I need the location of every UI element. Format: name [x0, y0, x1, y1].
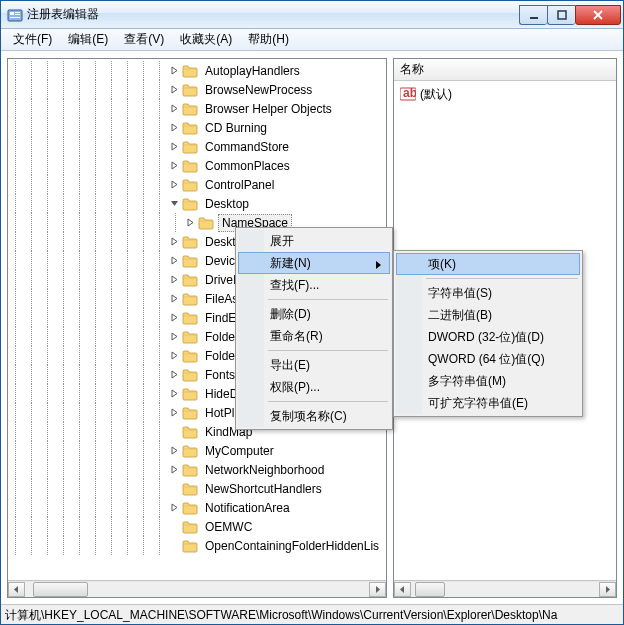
- sub-expand[interactable]: 可扩充字符串值(E): [396, 392, 580, 414]
- expand-icon[interactable]: [168, 502, 180, 514]
- expand-icon[interactable]: [168, 540, 180, 552]
- folder-icon: [182, 254, 198, 268]
- ctx-delete[interactable]: 删除(D): [238, 303, 390, 325]
- expand-icon[interactable]: [184, 217, 196, 229]
- scroll-track[interactable]: [411, 582, 599, 597]
- expand-icon[interactable]: [168, 369, 180, 381]
- scroll-left-button[interactable]: [8, 582, 25, 597]
- scroll-track[interactable]: [25, 582, 369, 597]
- minimize-button[interactable]: [519, 5, 547, 25]
- ctx-permissions[interactable]: 权限(P)...: [238, 376, 390, 398]
- expand-icon[interactable]: [168, 122, 180, 134]
- tree-item-label: AutoplayHandlers: [202, 63, 303, 79]
- tree-item[interactable]: OpenContainingFolderHiddenLis: [8, 536, 386, 555]
- folder-icon: [182, 159, 198, 173]
- folder-icon: [182, 102, 198, 116]
- ctx-find[interactable]: 查找(F)...: [238, 274, 390, 296]
- list-header[interactable]: 名称: [394, 59, 616, 81]
- tree-item[interactable]: OEMWC: [8, 517, 386, 536]
- sub-multi[interactable]: 多字符串值(M): [396, 370, 580, 392]
- sub-string[interactable]: 字符串值(S): [396, 282, 580, 304]
- sub-binary[interactable]: 二进制值(B): [396, 304, 580, 326]
- menu-edit[interactable]: 编辑(E): [60, 29, 116, 50]
- svg-rect-1: [10, 12, 14, 15]
- collapse-icon[interactable]: [168, 198, 180, 210]
- ctx-copy-key-name[interactable]: 复制项名称(C): [238, 405, 390, 427]
- close-button[interactable]: [575, 5, 621, 25]
- folder-icon: [182, 197, 198, 211]
- tree-item-label: CD Burning: [202, 120, 270, 136]
- folder-icon: [182, 520, 198, 534]
- maximize-button[interactable]: [547, 5, 575, 25]
- expand-icon[interactable]: [168, 350, 180, 362]
- sub-key[interactable]: 项(K): [396, 253, 580, 275]
- statusbar: 计算机\HKEY_LOCAL_MACHINE\SOFTWARE\Microsof…: [1, 604, 623, 624]
- ctx-new[interactable]: 新建(N): [238, 252, 390, 274]
- expand-icon[interactable]: [168, 312, 180, 324]
- context-menu[interactable]: 展开 新建(N) 查找(F)... 删除(D) 重命名(R) 导出(E) 权限(…: [235, 227, 393, 430]
- tree-hscrollbar[interactable]: [8, 580, 386, 597]
- separator: [268, 401, 388, 402]
- expand-icon[interactable]: [168, 103, 180, 115]
- sub-dword[interactable]: DWORD (32-位)值(D): [396, 326, 580, 348]
- expand-icon[interactable]: [168, 464, 180, 476]
- ctx-rename[interactable]: 重命名(R): [238, 325, 390, 347]
- expand-icon[interactable]: [168, 236, 180, 248]
- tree-item[interactable]: BrowseNewProcess: [8, 80, 386, 99]
- expand-icon[interactable]: [168, 407, 180, 419]
- tree-item[interactable]: CommonPlaces: [8, 156, 386, 175]
- tree-item[interactable]: ControlPanel: [8, 175, 386, 194]
- list-item-label: (默认): [420, 86, 452, 103]
- folder-icon: [182, 330, 198, 344]
- tree-item[interactable]: AutoplayHandlers: [8, 61, 386, 80]
- submenu-new[interactable]: 项(K) 字符串值(S) 二进制值(B) DWORD (32-位)值(D) QW…: [393, 250, 583, 417]
- menu-view[interactable]: 查看(V): [116, 29, 172, 50]
- expand-icon[interactable]: [168, 65, 180, 77]
- expand-icon[interactable]: [168, 331, 180, 343]
- scroll-thumb[interactable]: [415, 582, 445, 597]
- scroll-thumb[interactable]: [33, 582, 88, 597]
- expand-icon[interactable]: [168, 426, 180, 438]
- expand-icon[interactable]: [168, 521, 180, 533]
- tree-item-label: CommandStore: [202, 139, 292, 155]
- tree-item[interactable]: NotificationArea: [8, 498, 386, 517]
- scroll-left-button[interactable]: [394, 582, 411, 597]
- list-item[interactable]: ab (默认): [400, 85, 610, 103]
- tree-item[interactable]: NetworkNeighborhood: [8, 460, 386, 479]
- expand-icon[interactable]: [168, 274, 180, 286]
- expand-icon[interactable]: [168, 255, 180, 267]
- expand-icon[interactable]: [168, 388, 180, 400]
- separator: [426, 278, 578, 279]
- expand-icon[interactable]: [168, 160, 180, 172]
- tree-item[interactable]: Browser Helper Objects: [8, 99, 386, 118]
- tree-item[interactable]: MyComputer: [8, 441, 386, 460]
- tree-item-label: ControlPanel: [202, 177, 277, 193]
- expand-icon[interactable]: [168, 179, 180, 191]
- folder-icon: [182, 178, 198, 192]
- status-path: 计算机\HKEY_LOCAL_MACHINE\SOFTWARE\Microsof…: [5, 608, 557, 622]
- ctx-export[interactable]: 导出(E): [238, 354, 390, 376]
- scroll-right-button[interactable]: [599, 582, 616, 597]
- folder-icon: [182, 387, 198, 401]
- folder-icon: [182, 406, 198, 420]
- menu-help[interactable]: 帮助(H): [240, 29, 297, 50]
- column-name[interactable]: 名称: [400, 61, 424, 78]
- menu-file[interactable]: 文件(F): [5, 29, 60, 50]
- titlebar[interactable]: 注册表编辑器: [1, 1, 623, 29]
- folder-icon: [182, 235, 198, 249]
- tree-item[interactable]: CommandStore: [8, 137, 386, 156]
- menu-favorites[interactable]: 收藏夹(A): [172, 29, 240, 50]
- expand-icon[interactable]: [168, 293, 180, 305]
- values-hscrollbar[interactable]: [394, 580, 616, 597]
- sub-qword[interactable]: QWORD (64 位)值(Q): [396, 348, 580, 370]
- ctx-expand[interactable]: 展开: [238, 230, 390, 252]
- expand-icon[interactable]: [168, 141, 180, 153]
- expand-icon[interactable]: [168, 483, 180, 495]
- expand-icon[interactable]: [168, 445, 180, 457]
- expand-icon[interactable]: [168, 84, 180, 96]
- tree-item[interactable]: Desktop: [8, 194, 386, 213]
- tree-item[interactable]: CD Burning: [8, 118, 386, 137]
- scroll-right-button[interactable]: [369, 582, 386, 597]
- tree-item[interactable]: NewShortcutHandlers: [8, 479, 386, 498]
- list-body[interactable]: ab (默认): [394, 81, 616, 107]
